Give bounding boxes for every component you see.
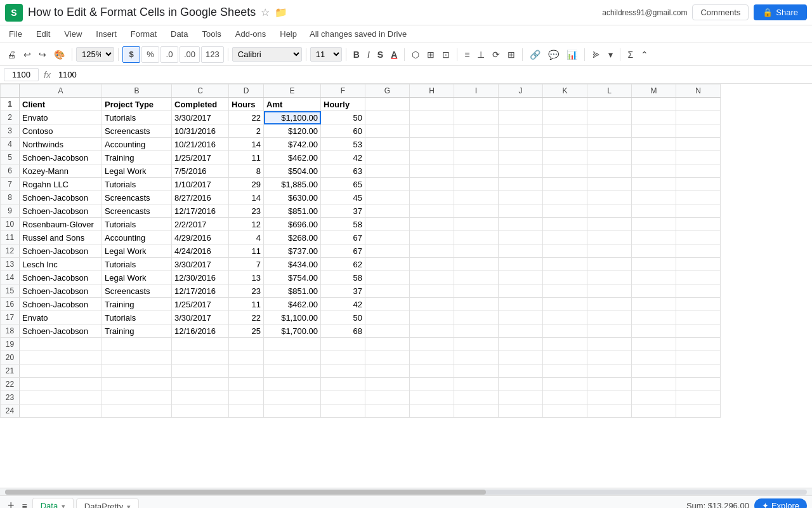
cell-F10[interactable]: 58 — [321, 218, 365, 231]
cell-F9[interactable]: 37 — [321, 204, 365, 218]
cell-I18[interactable] — [454, 324, 499, 338]
col-header-B[interactable]: B — [102, 84, 172, 98]
cell-B8[interactable]: Screencasts — [102, 191, 172, 204]
col-header-D[interactable]: D — [229, 84, 264, 98]
cell-G11[interactable] — [365, 231, 410, 244]
cell-G9[interactable] — [365, 204, 410, 218]
cell-M24[interactable] — [632, 404, 676, 418]
more-format-button[interactable]: 123 — [201, 46, 224, 63]
cell-I22[interactable] — [454, 378, 499, 391]
cell-B5[interactable]: Training — [102, 151, 172, 164]
cell-D19[interactable] — [229, 338, 264, 351]
cell-C5[interactable]: 1/25/2017 — [172, 151, 229, 164]
cell-B22[interactable] — [102, 378, 172, 391]
cell-N12[interactable] — [676, 244, 721, 258]
menu-view[interactable]: View — [58, 27, 88, 41]
cell-N23[interactable] — [676, 391, 721, 404]
cell-H24[interactable] — [410, 404, 454, 418]
cell-A7[interactable]: Rogahn LLC — [20, 178, 102, 191]
cell-E24[interactable] — [264, 404, 321, 418]
cell-D21[interactable] — [229, 364, 264, 378]
col-header-F[interactable]: F — [321, 84, 365, 98]
cell-C14[interactable]: 12/30/2016 — [172, 271, 229, 284]
cell-L18[interactable] — [587, 324, 632, 338]
cell-J15[interactable] — [499, 284, 543, 298]
cell-N3[interactable] — [676, 124, 721, 138]
cell-K7[interactable] — [543, 178, 587, 191]
cell-L14[interactable] — [587, 271, 632, 284]
cell-C3[interactable]: 10/31/2016 — [172, 124, 229, 138]
cell-H11[interactable] — [410, 231, 454, 244]
cell-I24[interactable] — [454, 404, 499, 418]
cell-M4[interactable] — [632, 138, 676, 151]
cell-J18[interactable] — [499, 324, 543, 338]
share-button[interactable]: 🔒 Share — [754, 4, 807, 20]
cell-D16[interactable]: 11 — [229, 298, 264, 311]
cell-J24[interactable] — [499, 404, 543, 418]
cell-G23[interactable] — [365, 391, 410, 404]
cell-L8[interactable] — [587, 191, 632, 204]
cell-M3[interactable] — [632, 124, 676, 138]
cell-I13[interactable] — [454, 258, 499, 271]
cell-M6[interactable] — [632, 164, 676, 178]
cell-K10[interactable] — [543, 218, 587, 231]
cell-C11[interactable]: 4/29/2016 — [172, 231, 229, 244]
cell-N11[interactable] — [676, 231, 721, 244]
cell-A10[interactable]: Rosenbaum-Glover — [20, 218, 102, 231]
cell-D17[interactable]: 22 — [229, 311, 264, 324]
cell-D1[interactable]: Hours — [229, 98, 264, 111]
formula-input[interactable] — [56, 69, 808, 81]
merge-button[interactable]: ⊡ — [439, 48, 453, 62]
cell-L3[interactable] — [587, 124, 632, 138]
cell-N2[interactable] — [676, 111, 721, 124]
cell-B17[interactable]: Tutorials — [102, 311, 172, 324]
cell-H9[interactable] — [410, 204, 454, 218]
cell-C22[interactable] — [172, 378, 229, 391]
cell-M11[interactable] — [632, 231, 676, 244]
cell-H15[interactable] — [410, 284, 454, 298]
cell-H17[interactable] — [410, 311, 454, 324]
cell-A20[interactable] — [20, 351, 102, 364]
cell-J3[interactable] — [499, 124, 543, 138]
cell-M7[interactable] — [632, 178, 676, 191]
cell-E3[interactable]: $120.00 — [264, 124, 321, 138]
cell-F11[interactable]: 67 — [321, 231, 365, 244]
cell-F12[interactable]: 67 — [321, 244, 365, 258]
cell-L20[interactable] — [587, 351, 632, 364]
cell-K12[interactable] — [543, 244, 587, 258]
cell-G22[interactable] — [365, 378, 410, 391]
col-header-J[interactable]: J — [499, 84, 543, 98]
cell-D22[interactable] — [229, 378, 264, 391]
cell-E15[interactable]: $851.00 — [264, 284, 321, 298]
cell-B19[interactable] — [102, 338, 172, 351]
cell-G3[interactable] — [365, 124, 410, 138]
cell-D23[interactable] — [229, 391, 264, 404]
cell-K1[interactable] — [543, 98, 587, 111]
cell-G24[interactable] — [365, 404, 410, 418]
zoom-select[interactable]: 125% 100% 75% 150% — [76, 47, 114, 62]
cell-F8[interactable]: 45 — [321, 191, 365, 204]
cell-B2[interactable]: Tutorials — [102, 111, 172, 124]
menu-data[interactable]: Data — [164, 27, 194, 41]
add-sheet-button[interactable]: + — [5, 499, 17, 508]
cell-G13[interactable] — [365, 258, 410, 271]
cell-A3[interactable]: Contoso — [20, 124, 102, 138]
cell-B18[interactable]: Training — [102, 324, 172, 338]
filter-button[interactable]: ⫸ — [589, 48, 604, 62]
cell-E1[interactable]: Amt — [264, 98, 321, 111]
cell-K17[interactable] — [543, 311, 587, 324]
cell-I14[interactable] — [454, 271, 499, 284]
sheet-tab-datapretty[interactable]: DataPretty ▾ — [76, 498, 139, 509]
cell-C15[interactable]: 12/17/2016 — [172, 284, 229, 298]
cell-C13[interactable]: 3/30/2017 — [172, 258, 229, 271]
fill-color-button[interactable]: ⬡ — [409, 48, 422, 62]
cell-A11[interactable]: Russel and Sons — [20, 231, 102, 244]
cell-J17[interactable] — [499, 311, 543, 324]
cell-F21[interactable] — [321, 364, 365, 378]
cell-H5[interactable] — [410, 151, 454, 164]
borders-button[interactable]: ⊞ — [424, 48, 438, 62]
hide-controls-button[interactable]: ⌃ — [638, 48, 652, 62]
cell-K19[interactable] — [543, 338, 587, 351]
col-header-N[interactable]: N — [676, 84, 721, 98]
cell-M8[interactable] — [632, 191, 676, 204]
